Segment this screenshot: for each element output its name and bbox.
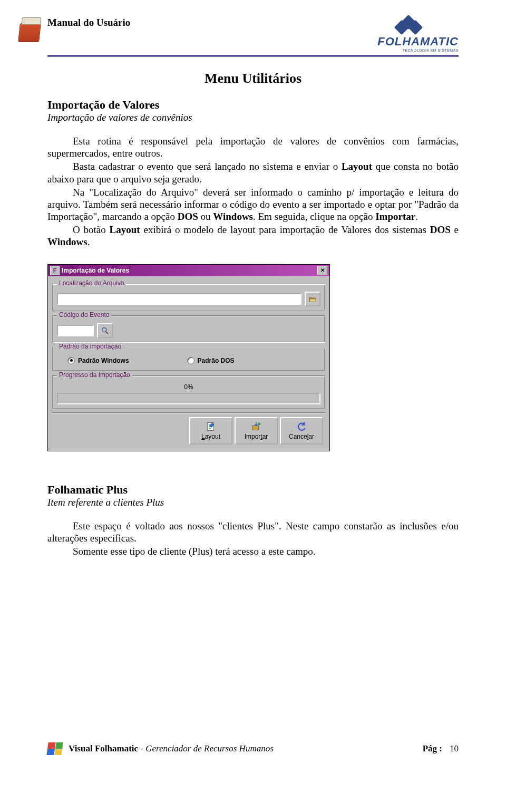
text: exibirá o modelo de layout para importaç… bbox=[140, 224, 430, 235]
section1-subtitle: Importação de valores de convênios bbox=[47, 112, 459, 123]
group-import-standard: Padrão da importação Padrão Windows Padr… bbox=[52, 347, 325, 371]
layout-icon bbox=[206, 421, 216, 432]
undo-icon bbox=[296, 421, 307, 432]
section2-subtitle: Item referente a clientes Plus bbox=[47, 497, 459, 508]
section1-title: Importação de Valores bbox=[47, 98, 459, 112]
page-footer: Visual Folhamatic - Gerenciador de Recur… bbox=[47, 742, 459, 755]
section1-p1: Esta rotina é responsável pela importaçã… bbox=[47, 135, 459, 159]
group-label: Progresso da Importação bbox=[57, 371, 132, 379]
cancelar-button[interactable]: Cancelar bbox=[280, 417, 323, 444]
group-label: Localização do Arquivo bbox=[57, 279, 126, 287]
button-label: Layout bbox=[201, 433, 220, 440]
section2-title: Folhamatic Plus bbox=[47, 483, 459, 497]
brand-name: FOLHAMATIC bbox=[358, 35, 459, 49]
brand-symbol-icon bbox=[396, 17, 421, 35]
radio-label: Padrão DOS bbox=[198, 357, 235, 364]
footer-product: Visual Folhamatic - Gerenciador de Recur… bbox=[69, 743, 416, 754]
layout-button[interactable]: Layout bbox=[189, 417, 232, 444]
button-label: Cancelar bbox=[289, 433, 314, 440]
footer-page: Pág :10 bbox=[423, 743, 459, 754]
section1-p2: Basta cadastrar o evento que será lançad… bbox=[47, 160, 459, 185]
header-divider bbox=[47, 55, 459, 57]
text-bold: DOS bbox=[178, 211, 198, 222]
text-bold: Layout bbox=[110, 224, 140, 235]
radio-padrao-windows[interactable]: Padrão Windows bbox=[67, 357, 129, 364]
text-bold: Layout bbox=[342, 161, 372, 172]
app-icon: F bbox=[50, 266, 60, 275]
dialog-title: Importação de Valores bbox=[62, 267, 129, 274]
radio-padrao-dos[interactable]: Padrão DOS bbox=[187, 357, 235, 364]
folder-open-icon bbox=[308, 295, 317, 303]
text: e bbox=[451, 224, 459, 235]
close-button[interactable]: ✕ bbox=[317, 266, 328, 275]
section2-p1: Este espaço é voltado aos nossos "client… bbox=[47, 520, 459, 544]
import-values-dialog: F Importação de Valores ✕ Localização do… bbox=[47, 264, 330, 451]
text: . bbox=[87, 236, 90, 247]
svg-rect-3 bbox=[252, 426, 259, 430]
text-bold: Importar bbox=[375, 211, 415, 222]
radio-icon bbox=[67, 357, 75, 364]
mascot-icon bbox=[11, 14, 42, 45]
brand-logo: FOLHAMATIC TECNOLOGIA EM SISTEMAS bbox=[358, 17, 459, 52]
page-heading: Menu Utilitários bbox=[47, 71, 459, 86]
group-file-location: Localização do Arquivo bbox=[52, 284, 325, 311]
section1-p3: Na "Localização do Arquivo" deverá ser i… bbox=[47, 186, 459, 223]
text-bold: Windows bbox=[47, 236, 87, 247]
section2-p2: Somente esse tipo de cliente (Plus) terá… bbox=[47, 545, 459, 557]
text: O botão bbox=[73, 224, 110, 235]
text: Basta cadastrar o evento que será lançad… bbox=[73, 161, 342, 172]
brand-tagline: TECNOLOGIA EM SISTEMAS bbox=[358, 49, 459, 52]
file-path-input[interactable] bbox=[57, 293, 301, 305]
manual-title: Manual do Usuário bbox=[47, 17, 130, 28]
browse-button[interactable] bbox=[305, 292, 320, 306]
section1-p4: O botão Layout exibirá o modelo de layou… bbox=[47, 224, 459, 248]
progress-percent: 0% bbox=[184, 383, 193, 391]
text-bold: Windows bbox=[213, 211, 253, 222]
group-progress: Progresso da Importação 0% bbox=[52, 375, 325, 409]
text-bold: DOS bbox=[430, 224, 451, 235]
lookup-button[interactable] bbox=[97, 323, 113, 338]
search-icon bbox=[101, 326, 109, 335]
windows-flag-icon bbox=[46, 742, 63, 755]
text: . bbox=[415, 211, 418, 222]
radio-icon bbox=[187, 357, 194, 364]
event-code-input[interactable] bbox=[57, 325, 94, 336]
importar-button[interactable]: Importar bbox=[235, 417, 278, 444]
group-event-code: Código do Evento bbox=[52, 315, 325, 343]
dialog-button-row: Layout Importar Cancelar bbox=[52, 412, 325, 447]
import-icon bbox=[251, 421, 261, 432]
dialog-titlebar[interactable]: F Importação de Valores ✕ bbox=[48, 265, 329, 276]
radio-label: Padrão Windows bbox=[78, 357, 129, 364]
group-label: Código do Evento bbox=[57, 311, 111, 318]
text: . Em seguida, clique na opção bbox=[253, 211, 375, 222]
svg-point-4 bbox=[258, 422, 260, 425]
button-label: Importar bbox=[245, 433, 268, 440]
progress-bar bbox=[57, 393, 320, 404]
text: ou bbox=[198, 211, 213, 222]
group-label: Padrão da importação bbox=[57, 343, 123, 350]
page-header: Manual do Usuário FOLHAMATIC TECNOLOGIA … bbox=[47, 17, 459, 52]
svg-line-1 bbox=[105, 331, 108, 334]
